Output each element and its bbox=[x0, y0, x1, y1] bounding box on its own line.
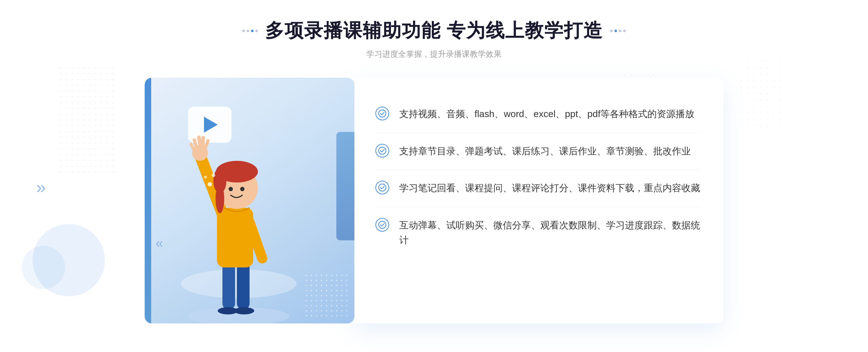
blue-accent-bar bbox=[145, 78, 151, 323]
svg-point-5 bbox=[218, 307, 238, 314]
feature-item-3: 学习笔记回看、课程提问、课程评论打分、课件资料下载，重点内容收藏 bbox=[375, 170, 702, 207]
svg-line-11 bbox=[203, 138, 203, 146]
card-blue-accent bbox=[336, 132, 354, 240]
left-illustration-card: « bbox=[145, 78, 354, 323]
header-dots-row: 多项录播课辅助功能 专为线上教学打造 bbox=[242, 18, 626, 43]
svg-point-19 bbox=[229, 187, 233, 191]
svg-line-14 bbox=[191, 144, 194, 150]
dot-pattern-right-panel bbox=[738, 58, 781, 130]
arrow-decoration-left: » bbox=[36, 177, 46, 197]
check-icon-1 bbox=[375, 107, 389, 120]
svg-point-24 bbox=[379, 110, 386, 117]
svg-point-22 bbox=[204, 176, 207, 179]
svg-line-12 bbox=[205, 141, 208, 148]
check-icon-2 bbox=[375, 144, 389, 158]
left-card-inner: « bbox=[145, 78, 354, 323]
svg-point-18 bbox=[216, 184, 224, 213]
svg-point-27 bbox=[379, 221, 386, 228]
header-section: 多项录播课辅助功能 专为线上教学打造 学习进度全掌握，提升录播课教学效果 bbox=[242, 18, 626, 60]
chevron-left-decoration: « bbox=[156, 236, 163, 251]
feature-text-1: 支持视频、音频、flash、word、excel、ppt、pdf等各种格式的资源… bbox=[399, 107, 694, 122]
feature-list: 支持视频、音频、flash、word、excel、ppt、pdf等各种格式的资源… bbox=[375, 96, 702, 259]
feature-item-1: 支持视频、音频、flash、word、excel、ppt、pdf等各种格式的资源… bbox=[375, 96, 702, 133]
svg-point-23 bbox=[212, 173, 215, 177]
header-dots-left bbox=[242, 30, 258, 32]
check-icon-3 bbox=[375, 181, 389, 194]
main-title: 多项录播课辅助功能 专为线上教学打造 bbox=[265, 18, 603, 43]
svg-line-13 bbox=[194, 140, 196, 147]
dot-pattern-left bbox=[58, 65, 116, 173]
check-icon-4 bbox=[375, 218, 389, 232]
header-dots-right bbox=[610, 30, 626, 32]
svg-rect-2 bbox=[222, 262, 235, 309]
right-feature-panel: 支持视频、音频、flash、word、excel、ppt、pdf等各种格式的资源… bbox=[354, 78, 723, 323]
svg-point-26 bbox=[379, 184, 386, 191]
sub-title: 学习进度全掌握，提升录播课教学效果 bbox=[242, 49, 626, 60]
card-dot-pattern bbox=[304, 273, 347, 316]
content-area: « 支持视频、音频、flash、word、excel、ppt、pdf等各种格式的… bbox=[145, 78, 723, 323]
feature-text-3: 学习笔记回看、课程提问、课程评论打分、课件资料下载，重点内容收藏 bbox=[399, 181, 700, 196]
feature-text-4: 互动弹幕、试听购买、微信分享、观看次数限制、学习进度跟踪、数据统计 bbox=[399, 218, 702, 248]
svg-rect-3 bbox=[237, 262, 250, 309]
svg-point-25 bbox=[379, 147, 386, 154]
deco-circle-2 bbox=[22, 246, 65, 289]
feature-item-2: 支持章节目录、弹题考试、课后练习、课后作业、章节测验、批改作业 bbox=[375, 133, 702, 170]
feature-item-4: 互动弹幕、试听购买、微信分享、观看次数限制、学习进度跟踪、数据统计 bbox=[375, 207, 702, 259]
feature-text-2: 支持章节目录、弹题考试、课后练习、课后作业、章节测验、批改作业 bbox=[399, 144, 691, 159]
svg-point-21 bbox=[208, 182, 212, 186]
svg-point-20 bbox=[240, 187, 244, 191]
svg-line-10 bbox=[199, 137, 200, 145]
page-wrapper: » 多项录播课辅助功能 专为线上教学打造 bbox=[0, 0, 868, 352]
person-illustration bbox=[166, 121, 304, 323]
